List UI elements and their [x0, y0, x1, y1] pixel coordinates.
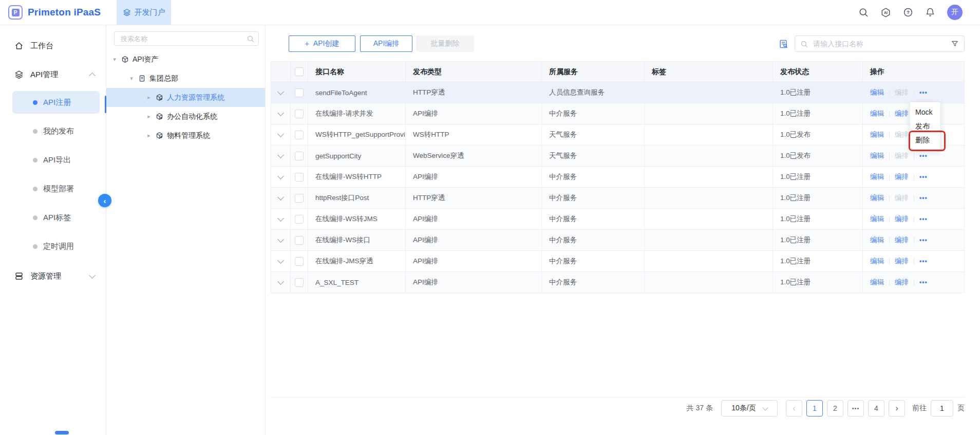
chevron-down-icon[interactable]	[277, 131, 284, 137]
tree-node-oa-system[interactable]: ▸办公自动化系统	[106, 107, 265, 126]
chevron-down-icon[interactable]	[277, 236, 284, 243]
api-create-button[interactable]: + API创建	[289, 35, 355, 52]
prev-page-button[interactable]: ‹	[786, 400, 802, 416]
orchestrate-link: 编排	[895, 130, 909, 139]
caret-right-icon[interactable]: ▸	[146, 94, 152, 101]
table-row: 在线编排-WS接口API编排中介服务1.0已注册编辑编排•••	[271, 230, 964, 251]
publish-type-cell: WS转HTTP	[406, 124, 542, 146]
chevron-down-icon[interactable]	[277, 278, 284, 285]
orchestrate-link[interactable]: 编排	[895, 257, 909, 266]
tree-node-hr-system[interactable]: ▸人力资源管理系统	[106, 88, 265, 107]
chevron-down-icon[interactable]	[277, 257, 284, 264]
row-checkbox[interactable]	[295, 173, 304, 182]
more-actions-button[interactable]: •••	[919, 258, 928, 265]
tree-node-material-system[interactable]: ▸物料管理系统	[106, 126, 265, 145]
publish-type-cell: WebService穿透	[406, 146, 542, 167]
ai-assistant-icon[interactable]: AI	[880, 7, 891, 18]
more-actions-button[interactable]: •••	[919, 194, 928, 202]
edit-link[interactable]: 编辑	[870, 193, 884, 203]
caret-down-icon[interactable]: ▾	[111, 56, 118, 63]
edit-link[interactable]: 编辑	[870, 214, 884, 224]
row-checkbox[interactable]	[295, 278, 304, 287]
page-button-2[interactable]: 2	[827, 400, 843, 416]
divider	[914, 258, 914, 265]
chevron-down-icon[interactable]	[277, 173, 284, 179]
menu-item-delete[interactable]: 删除	[910, 133, 940, 147]
tag-cell	[645, 188, 773, 209]
sidebar-item-resource-management[interactable]: 资源管理	[0, 264, 106, 288]
menu-item-publish[interactable]: 发布	[910, 119, 940, 133]
row-checkbox[interactable]	[295, 215, 304, 224]
more-actions-button[interactable]: •••	[919, 279, 928, 286]
goto-page-input[interactable]	[931, 400, 953, 416]
header-publish-type: 发布类型	[406, 62, 542, 82]
orchestrate-link[interactable]: 编排	[895, 214, 909, 224]
tree-node-label: API资产	[133, 55, 159, 64]
edit-link[interactable]: 编辑	[870, 130, 884, 139]
row-checkbox[interactable]	[295, 152, 304, 160]
page-button-1[interactable]: 1	[806, 400, 823, 416]
row-checkbox[interactable]	[295, 194, 304, 203]
tree-search-input[interactable]	[120, 34, 247, 43]
edit-link[interactable]: 编辑	[870, 109, 884, 118]
sidebar-item-api-tag[interactable]: API标签	[12, 206, 100, 229]
orchestrate-link[interactable]: 编排	[895, 235, 909, 245]
tree-node-api-assets[interactable]: ▾ API资产	[106, 50, 265, 69]
sidebar-item-workbench[interactable]: 工作台	[0, 33, 106, 58]
chevron-down-icon[interactable]	[277, 215, 284, 222]
edit-link[interactable]: 编辑	[870, 278, 884, 287]
edit-link[interactable]: 编辑	[870, 235, 884, 245]
help-icon[interactable]: ?	[903, 7, 913, 17]
api-orchestrate-button[interactable]: API编排	[360, 35, 412, 52]
divider	[889, 258, 890, 265]
select-all-checkbox[interactable]	[295, 67, 304, 76]
filter-funnel-icon[interactable]	[951, 40, 959, 48]
menu-item-mock[interactable]: Mock	[910, 105, 940, 119]
orchestrate-link[interactable]: 编排	[895, 109, 909, 118]
chevron-down-icon[interactable]	[277, 88, 284, 95]
sidebar-item-scheduled-call[interactable]: 定时调用	[12, 235, 100, 258]
caret-right-icon[interactable]: ▸	[146, 113, 152, 120]
next-page-button[interactable]: ›	[889, 400, 905, 416]
orchestrate-link[interactable]: 编排	[895, 172, 909, 182]
chevron-down-icon[interactable]	[277, 194, 284, 201]
tree-node-group-hq[interactable]: ▾ 集团总部	[106, 69, 265, 88]
row-checkbox[interactable]	[295, 131, 304, 139]
user-avatar[interactable]: 开	[947, 5, 963, 20]
edit-link[interactable]: 编辑	[870, 172, 884, 182]
chevron-down-icon[interactable]	[277, 152, 284, 158]
edit-link[interactable]: 编辑	[870, 257, 884, 266]
api-name-cell: 在线编排-WS转JMS	[308, 209, 406, 230]
sidebar-item-api-management[interactable]: API管理	[0, 62, 106, 87]
more-actions-button[interactable]: •••	[919, 89, 928, 96]
goto-label: 前往	[912, 404, 927, 413]
more-actions-button[interactable]: •••	[919, 152, 928, 159]
page-size-select[interactable]: 10条/页	[721, 400, 778, 416]
sidebar-item-api-register[interactable]: API注册	[12, 91, 100, 114]
list-search-icon[interactable]	[779, 39, 788, 49]
row-checkbox[interactable]	[295, 88, 304, 97]
horizontal-scrollbar-thumb[interactable]	[55, 431, 69, 434]
caret-down-icon[interactable]: ▾	[128, 75, 135, 82]
page-button-4[interactable]: 4	[868, 400, 884, 416]
more-actions-button[interactable]: •••	[919, 237, 928, 244]
notification-bell-icon[interactable]	[925, 7, 935, 17]
row-checkbox[interactable]	[295, 257, 304, 266]
sidebar-item-model-deploy[interactable]: 模型部署	[12, 177, 100, 200]
page-ellipsis-button[interactable]: •••	[847, 400, 864, 416]
tab-dev-portal[interactable]: 开发门户	[117, 0, 171, 25]
edit-link[interactable]: 编辑	[870, 151, 884, 160]
row-checkbox[interactable]	[295, 236, 304, 245]
sidebar-item-api-export[interactable]: API导出	[12, 149, 100, 171]
caret-right-icon[interactable]: ▸	[146, 132, 152, 139]
interface-search-input[interactable]	[812, 39, 947, 48]
sidebar-item-my-publish[interactable]: 我的发布	[12, 120, 100, 142]
search-icon[interactable]	[858, 7, 869, 17]
tree-collapse-toggle[interactable]: ‹	[98, 194, 111, 207]
more-actions-button[interactable]: •••	[919, 215, 928, 223]
chevron-down-icon[interactable]	[277, 110, 284, 116]
row-checkbox[interactable]	[295, 110, 304, 118]
orchestrate-link[interactable]: 编排	[895, 278, 909, 287]
more-actions-button[interactable]: •••	[919, 173, 928, 180]
edit-link[interactable]: 编辑	[870, 88, 884, 97]
